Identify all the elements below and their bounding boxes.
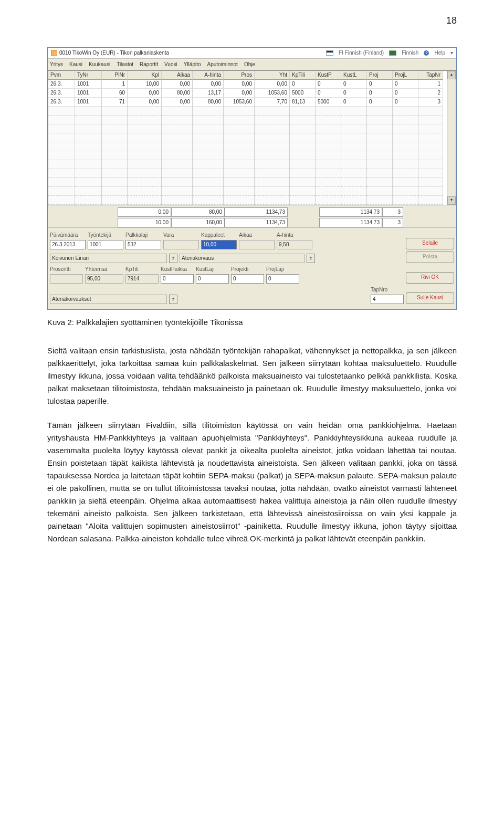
menu-kausi[interactable]: Kausi bbox=[69, 60, 82, 69]
paivamaara-label: Päivämäärä bbox=[50, 231, 86, 239]
menu-vuosi[interactable]: Vuosi bbox=[164, 60, 177, 69]
entry-form: Päivämäärä26.3.2013 Työntekijä1001 Palkk… bbox=[48, 227, 456, 309]
col-pros[interactable]: Pros bbox=[224, 71, 255, 80]
total-right-1: 1134,73 bbox=[319, 207, 382, 217]
menu-ohje[interactable]: Ohje bbox=[244, 60, 255, 69]
table-row[interactable] bbox=[48, 142, 447, 151]
prosentti-label: Prosentti bbox=[50, 265, 83, 274]
projlaji-label: ProjLaji bbox=[266, 265, 299, 274]
total-yht-2: 1134,73 bbox=[225, 218, 288, 227]
col-kptili[interactable]: KpTili bbox=[290, 71, 316, 80]
table-row[interactable] bbox=[48, 187, 447, 196]
language-indicator: FI Finnish (Finland) bbox=[339, 49, 384, 57]
table-row[interactable] bbox=[48, 196, 447, 205]
kptili-label: KpTili bbox=[125, 265, 159, 274]
ahinta-label: A-hinta bbox=[277, 231, 312, 239]
col-kpl[interactable]: Kpl bbox=[128, 71, 162, 80]
yhteensa-label: Yhteensä bbox=[85, 265, 123, 274]
paivamaara-input[interactable]: 26.3.2013 bbox=[50, 240, 86, 249]
screenshot-figure: 0010 TikoWin Oy (EUR) - Tikon palkanlask… bbox=[47, 47, 457, 310]
col-proj[interactable]: Proj bbox=[367, 71, 393, 80]
vertical-scrollbar[interactable]: ▴ ▾ bbox=[447, 70, 456, 205]
kustlaji-input[interactable]: 0 bbox=[196, 274, 229, 284]
data-grid[interactable]: Pvm TyNr PlNr Kpl Aikaa A-hinta Pros Yht… bbox=[48, 70, 447, 205]
prosentti-input bbox=[50, 274, 83, 284]
table-row[interactable] bbox=[48, 107, 447, 116]
menu-kuukausi[interactable]: Kuukausi bbox=[89, 60, 110, 69]
tyontekija-label: Työntekijä bbox=[88, 231, 123, 239]
tapnro-label: TapNro bbox=[371, 286, 404, 294]
menu-yllapito[interactable]: Ylläpito bbox=[184, 60, 201, 69]
help-button[interactable]: Help bbox=[434, 49, 445, 57]
selaile-button[interactable]: Selaile bbox=[406, 238, 454, 249]
kuvaus-dropdown-icon[interactable]: ± bbox=[307, 254, 315, 263]
page-number: 18 bbox=[446, 13, 457, 28]
table-row[interactable] bbox=[48, 178, 447, 187]
riviok-button[interactable]: Rivi OK bbox=[406, 272, 454, 284]
palkkalaji-input[interactable]: 532 bbox=[125, 240, 161, 249]
kappaleet-input[interactable]: 10,00 bbox=[201, 240, 237, 249]
scroll-up-icon[interactable]: ▴ bbox=[447, 71, 456, 79]
finnish-button[interactable]: Finnish bbox=[402, 49, 418, 57]
total-yht-1: 1134,73 bbox=[225, 207, 288, 217]
table-row[interactable] bbox=[48, 151, 447, 160]
col-projl[interactable]: ProjL bbox=[393, 71, 418, 80]
kptili-input: 7914 bbox=[125, 274, 159, 284]
total-right-2: 1134,73 bbox=[319, 218, 382, 227]
total-count-2: 3 bbox=[382, 218, 403, 227]
window-title: 0010 TikoWin Oy (EUR) - Tikon palkanlask… bbox=[59, 49, 169, 57]
tyontekija-input[interactable]: 1001 bbox=[88, 240, 123, 249]
col-kustl[interactable]: KustL bbox=[341, 71, 367, 80]
kustpaikka-label: KustPaikka bbox=[161, 265, 194, 274]
table-row[interactable]: 26.3. 1001 1 10,00 0,00 0,00 0,00 0,00 0… bbox=[48, 80, 447, 89]
menu-aputoiminnot[interactable]: Aputoiminnot bbox=[207, 60, 238, 69]
col-kustp[interactable]: KustP bbox=[316, 71, 341, 80]
col-tynr[interactable]: TyNr bbox=[75, 71, 102, 80]
col-pvm[interactable]: Pvm bbox=[48, 71, 75, 80]
table-row[interactable] bbox=[48, 160, 447, 169]
kustpaikka-input[interactable]: 0 bbox=[161, 274, 194, 284]
projekti-label: Projekti bbox=[231, 265, 264, 274]
total-aikaa-1: 80,00 bbox=[171, 207, 225, 217]
aikaa-input bbox=[239, 240, 275, 249]
body-paragraph-1: Sieltä valitaan ensin tarkistuslista, jo… bbox=[47, 344, 457, 407]
total-kpl-1: 0,00 bbox=[118, 207, 171, 217]
table-row[interactable] bbox=[48, 124, 447, 133]
poista-button[interactable]: Poista bbox=[406, 252, 454, 263]
suljekausi-button[interactable]: Sulje Kausi bbox=[406, 292, 454, 304]
totals-bar: 0,00 80,00 1134,73 1134,73 3 10,00 160,0… bbox=[48, 205, 456, 227]
app-window: 0010 TikoWin Oy (EUR) - Tikon palkanlask… bbox=[47, 47, 457, 310]
table-row[interactable] bbox=[48, 169, 447, 178]
table-row[interactable] bbox=[48, 116, 447, 124]
kustlaji-label: KustLaji bbox=[196, 265, 229, 274]
help-icon[interactable]: ? bbox=[424, 50, 429, 56]
tapnro-input[interactable]: 4 bbox=[371, 295, 404, 304]
ateriakorvaukset-display: Ateriakorvaukset bbox=[50, 295, 167, 304]
projekti-input[interactable]: 0 bbox=[231, 274, 264, 284]
col-tapnr[interactable]: TapNr bbox=[418, 71, 443, 80]
ahinta-input: 9,50 bbox=[277, 240, 312, 249]
menu-raportit[interactable]: Raportit bbox=[140, 60, 158, 69]
help-chevron-icon[interactable]: ▾ bbox=[450, 49, 453, 57]
projlaji-input[interactable]: 0 bbox=[266, 274, 299, 284]
menu-yritys[interactable]: Yritys bbox=[50, 60, 63, 69]
menubar: Yritys Kausi Kuukausi Tilastot Raportit … bbox=[48, 59, 456, 70]
body-paragraph-2: Tämän jälkeen siirrytään Fivaldiin, sill… bbox=[47, 419, 457, 545]
nimi-dropdown-icon[interactable]: ± bbox=[169, 254, 177, 263]
col-yht[interactable]: Yht bbox=[255, 71, 290, 80]
col-pinr[interactable]: PlNr bbox=[102, 71, 128, 80]
total-kpl-2: 10,00 bbox=[118, 218, 171, 227]
window-titlebar: 0010 TikoWin Oy (EUR) - Tikon palkanlask… bbox=[48, 48, 456, 59]
menu-tilastot[interactable]: Tilastot bbox=[117, 60, 133, 69]
yhteensa-input: 95,00 bbox=[85, 274, 123, 284]
kuvaus-display: Ateriakorvaus bbox=[180, 254, 304, 263]
aikaa-label: Aikaa bbox=[239, 231, 275, 239]
table-row[interactable]: 26.3. 1001 71 0,00 0,00 80,00 1053,60 7,… bbox=[48, 98, 447, 107]
table-row[interactable]: 26.3. 1001 60 0,00 80,00 13,17 0,00 1053… bbox=[48, 89, 447, 98]
col-aikaa[interactable]: Aikaa bbox=[162, 71, 193, 80]
ateriakorvaukset-dropdown-icon[interactable]: ± bbox=[169, 295, 177, 304]
figure-caption: Kuva 2: Palkkalajien syöttäminen työntek… bbox=[47, 316, 457, 329]
col-ahinta[interactable]: A-hinta bbox=[193, 71, 224, 80]
scroll-down-icon[interactable]: ▾ bbox=[447, 196, 456, 205]
table-row[interactable] bbox=[48, 133, 447, 142]
